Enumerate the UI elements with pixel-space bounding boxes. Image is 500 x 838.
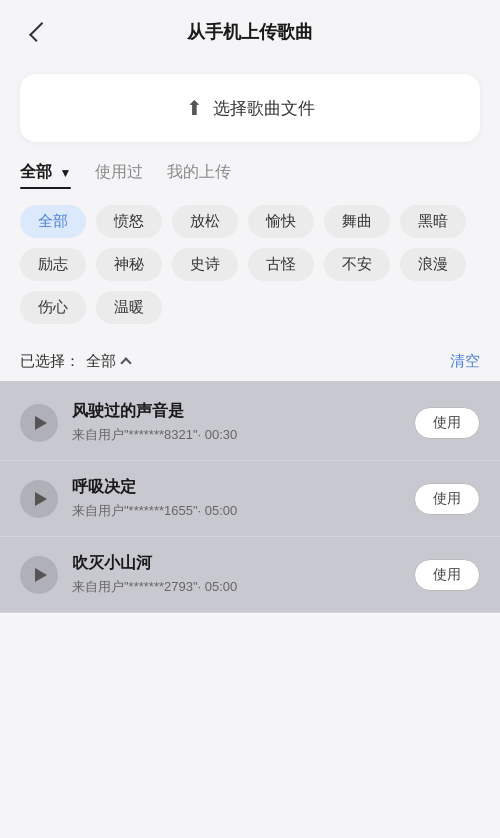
tag-relax[interactable]: 放松	[172, 205, 238, 238]
tag-epic[interactable]: 史诗	[172, 248, 238, 281]
tag-warm[interactable]: 温暖	[96, 291, 162, 324]
song-item-2: 呼吸决定 来自用户"*******1655"· 05:00 使用	[0, 461, 500, 537]
tabs-bar: 全部 ▼ 使用过 我的上传	[0, 162, 500, 189]
use-button-2[interactable]: 使用	[414, 483, 480, 515]
tag-romantic[interactable]: 浪漫	[400, 248, 466, 281]
upload-label: 选择歌曲文件	[213, 97, 315, 120]
song-title-2: 呼吸决定	[72, 477, 400, 498]
header: 从手机上传歌曲	[0, 0, 500, 64]
play-button-2[interactable]	[20, 480, 58, 518]
play-icon-2	[35, 492, 47, 506]
song-item-3: 吹灭小山河 来自用户"*******2793"· 05:00 使用	[0, 537, 500, 613]
play-icon-3	[35, 568, 47, 582]
song-meta-1: 来自用户"*******8321"· 00:30	[72, 426, 400, 444]
use-button-3[interactable]: 使用	[414, 559, 480, 591]
tab-used[interactable]: 使用过	[95, 162, 143, 189]
filter-icon: ▼	[59, 166, 71, 180]
selected-bar: 已选择： 全部 清空	[0, 342, 500, 381]
song-item-1: 风驶过的声音是 来自用户"*******8321"· 00:30 使用	[0, 385, 500, 461]
selected-prefix: 已选择：	[20, 352, 80, 371]
tag-dark[interactable]: 黑暗	[400, 205, 466, 238]
tag-mystery[interactable]: 神秘	[96, 248, 162, 281]
back-icon	[29, 22, 49, 42]
song-meta-3: 来自用户"*******2793"· 05:00	[72, 578, 400, 596]
play-button-3[interactable]	[20, 556, 58, 594]
tag-weird[interactable]: 古怪	[248, 248, 314, 281]
tag-angry[interactable]: 愤怒	[96, 205, 162, 238]
song-info-2: 呼吸决定 来自用户"*******1655"· 05:00	[72, 477, 400, 520]
tag-happy[interactable]: 愉快	[248, 205, 314, 238]
song-title-1: 风驶过的声音是	[72, 401, 400, 422]
page-title: 从手机上传歌曲	[187, 20, 313, 44]
tab-all[interactable]: 全部 ▼	[20, 162, 71, 189]
tag-motivate[interactable]: 励志	[20, 248, 86, 281]
clear-button[interactable]: 清空	[450, 352, 480, 371]
tab-my-uploads[interactable]: 我的上传	[167, 162, 231, 189]
tag-sad[interactable]: 伤心	[20, 291, 86, 324]
song-meta-2: 来自用户"*******1655"· 05:00	[72, 502, 400, 520]
tag-anxious[interactable]: 不安	[324, 248, 390, 281]
upload-file-button[interactable]: ⬆ 选择歌曲文件	[20, 74, 480, 142]
song-list: 风驶过的声音是 来自用户"*******8321"· 00:30 使用 呼吸决定…	[0, 381, 500, 613]
back-button[interactable]	[20, 16, 52, 48]
song-info-1: 风驶过的声音是 来自用户"*******8321"· 00:30	[72, 401, 400, 444]
upload-icon: ⬆	[186, 96, 203, 120]
use-button-1[interactable]: 使用	[414, 407, 480, 439]
tag-dance[interactable]: 舞曲	[324, 205, 390, 238]
play-icon-1	[35, 416, 47, 430]
chevron-up-icon[interactable]	[120, 357, 131, 368]
tags-container: 全部 愤怒 放松 愉快 舞曲 黑暗 励志 神秘 史诗 古怪 不安 浪漫 伤心 温…	[0, 205, 500, 324]
song-info-3: 吹灭小山河 来自用户"*******2793"· 05:00	[72, 553, 400, 596]
selected-value: 全部	[86, 352, 116, 371]
song-title-3: 吹灭小山河	[72, 553, 400, 574]
tag-all[interactable]: 全部	[20, 205, 86, 238]
selected-info: 已选择： 全部	[20, 352, 130, 371]
play-button-1[interactable]	[20, 404, 58, 442]
